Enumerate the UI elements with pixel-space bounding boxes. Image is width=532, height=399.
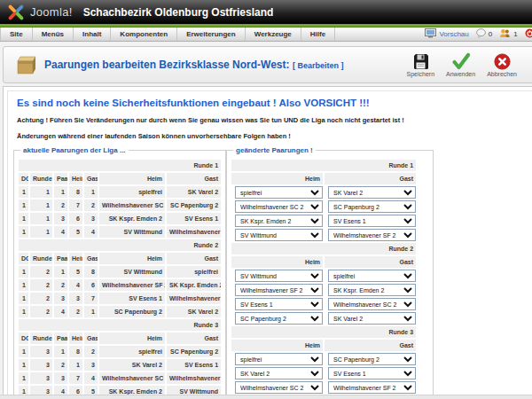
column-header: Gast (84, 173, 98, 184)
current-header-row: DGRundePaarHeimGastHeimGast (19, 253, 221, 264)
admin-menubar: SiteMenüsInhaltKomponentenErweiterungenW… (0, 27, 532, 42)
column-header: Runde (30, 332, 52, 344)
gast-select[interactable]: Wilhelmshavener SF 2 (328, 229, 416, 241)
users-icon (499, 28, 511, 40)
heim-select-cell: Wilhelmshavener SF 2 (231, 284, 323, 296)
anwenden-button[interactable]: Anwenden (446, 52, 475, 77)
heim-select[interactable]: SV Esens 1 (235, 298, 323, 310)
pairing-row: 11181spielfreiSK Varel 2 (19, 186, 221, 198)
pairing-cell: 1 (19, 372, 28, 384)
column-header: Runde (30, 253, 52, 264)
pairing-cell: 7 (84, 293, 98, 304)
menu-item-erweiterungen[interactable]: Erweiterungen (177, 27, 246, 41)
pairing-cell: 1 (19, 293, 28, 304)
pairing-row: 12421SC Papenburg 2SK Varel 2 (19, 306, 221, 317)
heim-select-cell: SV Wittmund (231, 229, 323, 241)
changed-pairing-row: spielfreiSK Varel 2 (231, 186, 416, 199)
changed-pairing-row: SK Kspr. Emden 2SV Esens 1 (231, 215, 416, 227)
pairing-cell: 2 (84, 200, 98, 211)
menu-item-mens[interactable]: Menüs (33, 27, 74, 41)
gast-select[interactable]: SK Kspr. Emden 2 (328, 284, 416, 296)
gast-select-cell: spielfrei (325, 270, 416, 282)
heim-select[interactable]: SK Varel 2 (235, 367, 323, 379)
pairing-cell: Wilhelmshavener SF 2 (99, 279, 165, 291)
round-label-row: Runde 2 (231, 243, 416, 254)
column-header: Gast (84, 332, 98, 344)
round-label: Runde 3 (19, 319, 221, 331)
gast-select[interactable]: Wilhelmshavener SC 2 (328, 298, 416, 310)
toolbar: Paarungen bearbeiten Bezirksklasse Nord-… (3, 46, 532, 83)
pairing-cell: 2 (30, 293, 52, 304)
gast-select[interactable]: SV Esens 1 (328, 367, 416, 379)
pairing-cell: 3 (30, 372, 52, 384)
menu-item-inhalt[interactable]: Inhalt (74, 27, 111, 41)
speech-bubble-icon (476, 28, 486, 40)
pairing-row: 12337SV Esens 1Wilhelmshavener SC 2 (19, 293, 221, 304)
round-label-row: Runde 1 (231, 160, 416, 171)
preview-link[interactable]: Vorschau (425, 28, 468, 40)
menu-item-werkzeuge[interactable]: Werkzeuge (246, 27, 301, 41)
heim-select[interactable]: SV Wittmund (235, 229, 323, 241)
pairing-cell: SV Esens 1 (167, 359, 221, 371)
gast-select[interactable]: SC Papenburg 2 (328, 353, 416, 365)
content-area: Es sind noch keine Sicherheitsfunktionen… (3, 86, 532, 399)
menu-item-hilfe[interactable]: Hilfe (301, 27, 335, 41)
gast-select-cell: Wilhelmshavener SF 2 (325, 229, 416, 241)
menu-item-komponenten[interactable]: Komponenten (111, 27, 177, 41)
logout-link[interactable]: A (525, 28, 532, 40)
gast-select[interactable]: SV Esens 1 (328, 215, 416, 227)
logged-in-users[interactable]: 1 (499, 28, 517, 40)
bottom-strip (0, 395, 532, 399)
pairing-cell: SC Papenburg 2 (167, 200, 221, 211)
gast-select[interactable]: spielfrei (328, 270, 416, 282)
heim-select[interactable]: SV Wittmund (235, 270, 323, 282)
heim-select[interactable]: spielfrei (235, 353, 323, 365)
message-count[interactable]: 0 (476, 28, 492, 40)
gast-select-cell: Wilhelmshavener SF 2 (325, 381, 416, 394)
speichern-button[interactable]: Speichern (407, 52, 435, 77)
heim-select[interactable]: spielfrei (235, 186, 323, 199)
column-header: Heim (99, 173, 165, 184)
pairing-cell: 8 (69, 346, 82, 357)
pairing-cell: 2 (69, 306, 82, 317)
gast-select[interactable]: SC Papenburg 2 (328, 200, 416, 213)
heim-select-cell: spielfrei (231, 186, 323, 199)
heim-select-cell: SC Papenburg 2 (231, 312, 323, 325)
gast-select[interactable]: SK Varel 2 (328, 186, 416, 199)
gast-select-cell: SC Papenburg 2 (325, 353, 416, 365)
page-title-suffix: [ Bearbeiten ] (293, 61, 344, 70)
column-header: Heim (69, 332, 82, 344)
pairing-cell: 4 (84, 226, 98, 238)
gast-select-cell: SC Papenburg 2 (325, 200, 416, 213)
changed-pairing-row: SV Wittmundspielfrei (231, 270, 416, 282)
heim-select[interactable]: Wilhelmshavener SC 2 (235, 381, 323, 394)
changed-pairing-row: SV Esens 1Wilhelmshavener SC 2 (231, 298, 416, 310)
pairing-cell: 2 (84, 346, 98, 357)
heim-select-cell: Wilhelmshavener SC 2 (231, 200, 323, 213)
heim-select[interactable]: SC Papenburg 2 (235, 312, 323, 325)
heim-select[interactable]: Wilhelmshavener SF 2 (235, 284, 323, 296)
gast-select[interactable]: SK Varel 2 (328, 312, 416, 325)
pairing-cell: 1 (54, 346, 67, 357)
pairing-cell: 2 (54, 200, 67, 211)
toolbar-buttons: SpeichernAnwendenAbbrechen (407, 52, 532, 77)
abbrechen-button[interactable]: Abbrechen (487, 52, 517, 77)
heim-select-cell: spielfrei (231, 353, 323, 365)
pairing-cell: SK Kspr. Emden 2 (167, 279, 221, 291)
joomla-brand: Joomla! (30, 5, 73, 19)
column-header: Gast (325, 256, 416, 268)
pairing-cell: 2 (54, 359, 67, 371)
box-icon (14, 54, 37, 75)
round-label: Runde 2 (19, 239, 221, 251)
menu-item-site[interactable]: Site (0, 27, 33, 41)
column-header: DG (19, 253, 28, 264)
round-label: Runde 1 (231, 160, 416, 171)
pairing-cell: 6 (69, 213, 82, 224)
pairing-cell: Wilhelmshavener SF 2 (167, 372, 221, 384)
round-label-row: Runde 3 (19, 319, 221, 331)
heim-select[interactable]: Wilhelmshavener SC 2 (235, 200, 323, 213)
heim-select[interactable]: SK Kspr. Emden 2 (235, 215, 323, 227)
gast-select-cell: SK Varel 2 (325, 312, 416, 325)
pairing-cell: spielfrei (99, 346, 165, 357)
gast-select[interactable]: Wilhelmshavener SF 2 (328, 381, 416, 394)
